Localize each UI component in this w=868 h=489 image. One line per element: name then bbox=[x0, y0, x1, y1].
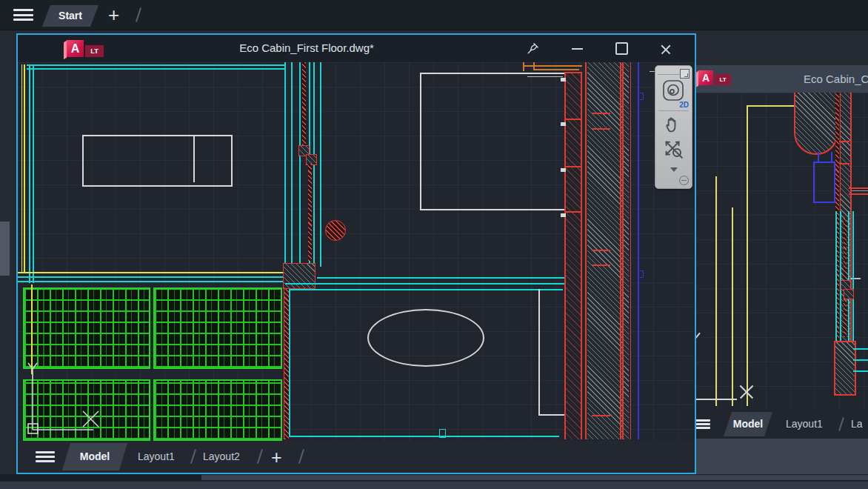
cad-line bbox=[620, 62, 621, 439]
autocad-lt-logo: A LT bbox=[67, 40, 104, 57]
cad-line bbox=[747, 105, 748, 406]
background-window-title: Eco Cabin_C bbox=[804, 73, 868, 85]
background-window-titlebar[interactable]: A LT Eco Cabin_C bbox=[692, 65, 868, 93]
pin-icon bbox=[526, 41, 540, 56]
green-grid-panel bbox=[153, 287, 282, 369]
close-button[interactable] bbox=[649, 35, 683, 62]
cad-line bbox=[193, 136, 195, 182]
cad-line bbox=[289, 436, 559, 437]
nav-zoom-button[interactable] bbox=[662, 138, 686, 162]
bg-model-tab[interactable]: Model bbox=[724, 412, 772, 436]
ucs-icon bbox=[24, 360, 105, 434]
cad-line bbox=[289, 290, 290, 437]
bottom-scroll-strip[interactable] bbox=[201, 475, 868, 480]
bg-layout1-tab[interactable]: Layout1 bbox=[786, 418, 823, 430]
cad-line bbox=[585, 62, 587, 439]
left-edge-panel-fragment bbox=[0, 222, 10, 276]
cad-hatched-wall bbox=[308, 164, 312, 261]
cad-hatch-block bbox=[283, 263, 316, 289]
cad-line bbox=[732, 207, 733, 406]
zoom-icon bbox=[662, 138, 684, 160]
background-drawing-window[interactable]: A LT Eco Cabin_C bbox=[692, 65, 868, 474]
cad-hatched-circle bbox=[325, 220, 346, 241]
cad-line bbox=[21, 64, 22, 273]
maximize-icon bbox=[615, 42, 628, 55]
application-screen: Start + A LT Eco Cabin_C bbox=[0, 0, 868, 489]
cad-line bbox=[523, 62, 524, 71]
cad-line bbox=[284, 62, 286, 267]
cad-tick bbox=[640, 93, 644, 100]
tab-separator-slash bbox=[838, 417, 844, 431]
cad-hatched-wall bbox=[624, 62, 629, 439]
front-window-titlebar[interactable]: A LT Eco Cabin_First Floor.dwg* bbox=[18, 35, 695, 62]
ellipse-table-outline bbox=[367, 309, 484, 367]
layout1-tab[interactable]: Layout1 bbox=[138, 450, 175, 462]
cad-line bbox=[839, 163, 849, 164]
cad-line bbox=[747, 105, 795, 107]
cad-line bbox=[692, 399, 737, 400]
cad-line bbox=[18, 272, 287, 273]
front-window-tabbar: Model Layout1 Layout2 + bbox=[18, 441, 695, 473]
cad-hatched-wall bbox=[844, 219, 847, 337]
cad-line bbox=[638, 62, 639, 439]
cad-line bbox=[852, 211, 854, 341]
cad-tick bbox=[640, 270, 644, 278]
cad-line bbox=[299, 62, 301, 267]
cad-hatched-column bbox=[794, 93, 838, 155]
close-icon bbox=[660, 43, 672, 55]
tab-start[interactable]: Start bbox=[42, 5, 99, 27]
nav-full-wheel-button[interactable]: 2D bbox=[662, 79, 686, 106]
cursor-crosshair bbox=[738, 382, 755, 400]
new-drawing-tab-button[interactable]: + bbox=[108, 5, 119, 24]
cad-line bbox=[289, 289, 563, 290]
cad-line bbox=[317, 277, 580, 279]
nav-customize-button[interactable] bbox=[679, 176, 689, 185]
cad-line bbox=[24, 64, 25, 273]
cad-hatched-wall bbox=[284, 289, 289, 439]
add-layout-button[interactable]: + bbox=[271, 448, 282, 467]
minimize-button[interactable] bbox=[560, 35, 594, 62]
front-drawing-window[interactable]: A LT Eco Cabin_First Floor.dwg* bbox=[16, 33, 696, 474]
nav-dock-icon[interactable] bbox=[680, 69, 690, 79]
taskbar-strip bbox=[0, 481, 868, 489]
cad-rectangle bbox=[813, 162, 835, 203]
cad-line bbox=[831, 152, 832, 162]
front-window-title: Eco Cabin_First Floor.dwg* bbox=[151, 41, 462, 54]
minimize-icon bbox=[572, 48, 583, 50]
room-outline-rectangle bbox=[420, 73, 567, 210]
layout-menu-hamburger-icon[interactable] bbox=[694, 419, 710, 429]
navigation-wheel-icon bbox=[662, 79, 684, 102]
tab-separator-slash bbox=[257, 449, 263, 464]
layout-menu-hamburger-icon[interactable] bbox=[36, 451, 55, 462]
tab-separator-slash bbox=[298, 449, 304, 464]
pin-button[interactable] bbox=[515, 35, 550, 62]
maximize-button[interactable] bbox=[604, 35, 638, 62]
cad-line bbox=[33, 64, 34, 283]
cad-line bbox=[818, 152, 819, 162]
background-drawing-canvas[interactable] bbox=[692, 93, 868, 410]
model-tab[interactable]: Model bbox=[62, 443, 127, 470]
layout2-tab[interactable]: Layout2 bbox=[203, 450, 240, 462]
zoom-dropdown-caret-icon[interactable] bbox=[670, 167, 678, 172]
cad-line bbox=[291, 62, 293, 267]
green-grid-panel bbox=[153, 379, 282, 441]
bg-layout-partial-tab[interactable]: La bbox=[851, 418, 863, 430]
cad-line bbox=[840, 211, 841, 341]
nav-pan-button[interactable] bbox=[663, 114, 685, 136]
navigation-bar[interactable]: 2D bbox=[655, 65, 692, 189]
tab-separator-slash bbox=[190, 449, 196, 464]
front-drawing-canvas[interactable]: 2D bbox=[18, 62, 695, 441]
app-menu-hamburger-icon[interactable] bbox=[13, 9, 33, 21]
cad-line bbox=[630, 62, 631, 439]
cad-line bbox=[849, 187, 868, 189]
cad-hatched-wall bbox=[564, 72, 582, 439]
cad-tick bbox=[561, 122, 566, 126]
cad-line bbox=[853, 348, 868, 350]
navbar-drag-handle[interactable] bbox=[658, 74, 680, 75]
pan-hand-icon bbox=[663, 114, 684, 135]
cad-tick bbox=[561, 168, 566, 172]
cad-line bbox=[853, 370, 868, 372]
cad-line bbox=[853, 359, 868, 361]
navbar-separator bbox=[658, 110, 689, 111]
cad-line bbox=[715, 176, 717, 406]
